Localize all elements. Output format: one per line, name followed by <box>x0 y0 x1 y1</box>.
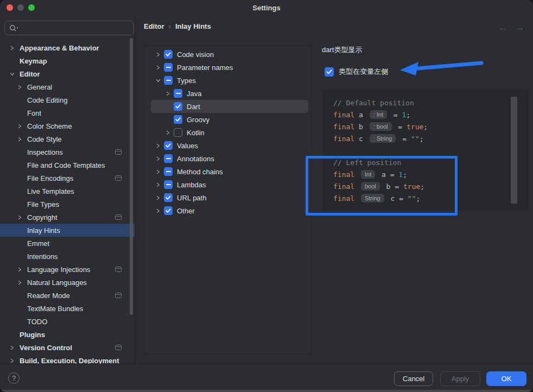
preview-scrollbar[interactable] <box>511 97 517 204</box>
forward-icon[interactable]: → <box>516 23 524 33</box>
sidebar-item-version-control[interactable]: Version Control <box>0 341 135 354</box>
sidebar-item-appearance-behavior[interactable]: Appearance & Behavior <box>0 41 135 54</box>
checkbox-checked[interactable] <box>174 102 182 111</box>
sidebar-item-reader-mode[interactable]: Reader Mode <box>0 289 135 302</box>
chevron-right-icon[interactable] <box>154 182 162 187</box>
sidebar-item-general[interactable]: General <box>0 80 135 93</box>
sidebar-item-keymap[interactable]: Keymap <box>0 54 135 67</box>
checkbox-mixed[interactable] <box>164 180 173 189</box>
chevron-right-icon[interactable] <box>154 143 162 148</box>
checkbox-mixed[interactable] <box>164 76 173 85</box>
screen-badge-icon <box>115 293 122 298</box>
search-input[interactable] <box>19 23 113 33</box>
sidebar-item-label: Language Injections <box>27 265 90 274</box>
sidebar-item-label: Reader Mode <box>27 292 70 300</box>
code-line: final a : Int = 1; <box>333 109 529 121</box>
chevron-right-icon[interactable] <box>15 267 24 272</box>
code-token: c <box>354 135 367 143</box>
chevron-right-icon[interactable] <box>154 195 162 200</box>
sidebar-item-natural-languages[interactable]: Natural Languages <box>0 276 135 289</box>
breadcrumb-editor[interactable]: Editor <box>144 22 164 30</box>
sidebar-item-textmate-bundles[interactable]: TextMate Bundles <box>0 302 135 315</box>
search-icon <box>9 24 19 32</box>
sidebar-item-color-scheme[interactable]: Color Scheme <box>0 119 135 132</box>
sidebar-item-inlay-hints[interactable]: Inlay Hints <box>0 224 135 237</box>
checkbox-mixed[interactable] <box>164 63 173 72</box>
checkbox-checked[interactable] <box>164 141 173 150</box>
sidebar-item-font[interactable]: Font <box>0 106 135 119</box>
tree-item-code-vision[interactable]: Code vision <box>151 48 308 61</box>
chevron-right-icon[interactable] <box>8 358 16 363</box>
tree-item-kotlin[interactable]: Kotlin <box>151 126 308 139</box>
chevron-down-icon[interactable] <box>154 78 162 83</box>
zoom-button[interactable] <box>28 4 35 11</box>
sidebar-item-todo[interactable]: TODO <box>0 315 135 328</box>
tree-item-label: URL path <box>177 194 206 202</box>
type-left-option[interactable]: 类型在变量左侧 <box>325 67 388 77</box>
sidebar-scrollbar[interactable] <box>130 38 133 315</box>
tree-item-lambdas[interactable]: Lambdas <box>151 178 308 191</box>
chevron-right-icon[interactable] <box>154 65 162 70</box>
sidebar-item-file-types[interactable]: File Types <box>0 198 135 211</box>
chevron-down-icon[interactable] <box>8 72 16 77</box>
sidebar-item-intentions[interactable]: Intentions <box>0 250 135 263</box>
chevron-right-icon[interactable] <box>164 130 172 135</box>
apply-button[interactable]: Apply <box>440 371 480 386</box>
sidebar-item-language-injections[interactable]: Language Injections <box>0 263 135 276</box>
ok-button[interactable]: OK <box>486 371 526 386</box>
back-icon[interactable]: ← <box>498 23 507 33</box>
tree-item-url-path[interactable]: URL path <box>151 191 308 204</box>
tree-item-method-chains[interactable]: Method chains <box>151 165 308 178</box>
minimize-button[interactable] <box>17 4 24 11</box>
help-button[interactable]: ? <box>8 372 20 384</box>
tree-item-parameter-names[interactable]: Parameter names <box>151 61 308 74</box>
checkbox-mixed[interactable] <box>164 154 173 163</box>
checkbox-mixed[interactable] <box>174 89 182 98</box>
chevron-right-icon[interactable] <box>154 52 162 57</box>
chevron-right-icon[interactable] <box>8 46 16 50</box>
tree-item-java[interactable]: Java <box>151 87 308 100</box>
cancel-button[interactable]: Cancel <box>394 371 433 386</box>
checkbox-checked[interactable] <box>164 50 173 59</box>
sidebar-item-editor[interactable]: Editor <box>0 67 135 80</box>
chevron-right-icon[interactable] <box>15 124 24 129</box>
code-line: // Left position <box>333 156 529 168</box>
settings-search-box[interactable] <box>4 21 134 35</box>
tree-item-label: Types <box>177 77 196 85</box>
tree-item-dart[interactable]: Dart <box>151 100 308 113</box>
checkbox-checked[interactable] <box>174 115 182 124</box>
checkbox-mixed[interactable] <box>164 167 173 176</box>
tree-item-other[interactable]: Other <box>151 204 308 217</box>
chevron-right-icon[interactable] <box>15 137 24 142</box>
chevron-right-icon[interactable] <box>8 345 16 350</box>
chevron-right-icon[interactable] <box>15 215 24 220</box>
sidebar-item-code-editing[interactable]: Code Editing <box>0 93 135 106</box>
sidebar-item-file-encodings[interactable]: File Encodings <box>0 172 135 185</box>
chevron-right-icon[interactable] <box>164 91 172 96</box>
chevron-right-icon[interactable] <box>154 156 162 161</box>
tree-item-groovy[interactable]: Groovy <box>151 113 308 126</box>
close-button[interactable] <box>7 4 13 11</box>
type-left-checkbox[interactable] <box>325 67 334 77</box>
tree-item-values[interactable]: Values <box>151 139 308 152</box>
tree-item-annotations[interactable]: Annotations <box>151 152 308 165</box>
sidebar-item-label: Keymap <box>20 57 47 65</box>
sidebar-item-plugins[interactable]: Plugins <box>0 328 135 341</box>
sidebar-item-code-style[interactable]: Code Style <box>0 132 135 146</box>
chevron-right-icon[interactable] <box>154 208 162 213</box>
tree-item-types[interactable]: Types <box>151 74 308 87</box>
sidebar-item-live-templates[interactable]: Live Templates <box>0 185 135 198</box>
sidebar-item-copyright[interactable]: Copyright <box>0 211 135 224</box>
chevron-right-icon[interactable] <box>154 169 162 174</box>
sidebar-item-emmet[interactable]: Emmet <box>0 237 135 250</box>
chevron-right-icon[interactable] <box>15 280 24 285</box>
code-token: a <box>354 111 367 119</box>
chevron-right-icon[interactable] <box>15 85 24 90</box>
sidebar-item-inspections[interactable]: Inspections <box>0 146 135 159</box>
code-preview[interactable]: // Default positionfinal a : Int = 1;fin… <box>322 90 529 211</box>
checkbox-checked[interactable] <box>164 193 173 202</box>
sidebar-item-file-and-code-templates[interactable]: File and Code Templates <box>0 159 135 172</box>
checkbox-checked[interactable] <box>164 206 173 215</box>
checkbox-unchecked[interactable] <box>174 128 182 137</box>
sidebar-item-build-execution-deployment[interactable]: Build, Execution, Deployment <box>0 354 135 364</box>
